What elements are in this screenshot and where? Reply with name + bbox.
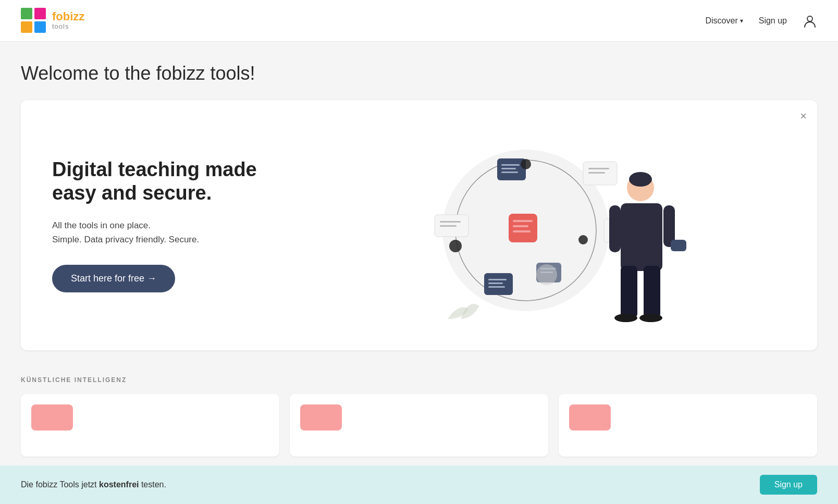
banner-text-after: testen.: [139, 480, 166, 489]
discover-menu[interactable]: Discover ▾: [706, 16, 743, 26]
nav-signup-link[interactable]: Sign up: [759, 16, 787, 26]
hero-subtext-line1: All the tools in one place.: [52, 220, 151, 230]
svg-rect-8: [501, 164, 520, 166]
logo-fobizz-label: fobizz: [52, 10, 84, 23]
svg-rect-17: [509, 214, 537, 242]
svg-rect-13: [588, 172, 605, 174]
svg-rect-37: [621, 203, 662, 271]
svg-rect-12: [588, 168, 609, 169]
nav-right: Discover ▾ Sign up: [706, 14, 818, 28]
svg-rect-3: [34, 21, 46, 33]
svg-rect-18: [513, 220, 533, 222]
main-content: Welcome to the fobizz tools! × Digital t…: [0, 42, 838, 457]
section-label: KÜNSTLICHE INTELLIGENZ: [21, 376, 817, 384]
svg-rect-10: [501, 171, 518, 173]
svg-rect-24: [488, 286, 505, 288]
card-preview-3: [559, 394, 817, 457]
svg-point-31: [521, 159, 531, 169]
banner-text-bold: kostenfrei: [99, 480, 139, 489]
banner-signup-button[interactable]: Sign up: [760, 475, 817, 495]
logo[interactable]: fobizz tools: [21, 8, 84, 34]
navbar: fobizz tools Discover ▾ Sign up: [0, 0, 838, 42]
svg-rect-9: [501, 168, 516, 169]
svg-rect-38: [609, 205, 621, 252]
fobizz-logo-icon: [21, 8, 47, 34]
hero-illustration-svg: [385, 126, 687, 324]
svg-rect-27: [440, 225, 457, 227]
svg-rect-23: [488, 282, 503, 284]
section-area: KÜNSTLICHE INTELLIGENZ: [21, 376, 817, 457]
svg-point-33: [578, 235, 588, 244]
svg-rect-22: [488, 279, 507, 280]
hero-subtext-line2: Simple. Data privacy friendly. Secure.: [52, 235, 199, 244]
svg-rect-42: [644, 266, 660, 318]
svg-point-34: [536, 264, 557, 285]
hero-illustration: [287, 126, 786, 324]
logo-text: fobizz tools: [52, 10, 84, 30]
discover-label: Discover: [706, 16, 738, 26]
svg-point-43: [614, 314, 637, 322]
chevron-down-icon: ▾: [740, 17, 743, 24]
banner-text-before: Die fobizz Tools jetzt: [21, 480, 99, 489]
close-button[interactable]: ×: [800, 110, 807, 122]
svg-point-44: [639, 314, 662, 322]
svg-rect-26: [440, 221, 461, 223]
hero-cta-button[interactable]: Start here for free →: [52, 265, 175, 292]
svg-rect-41: [621, 266, 637, 318]
hero-card: × Digital teaching made easy and secure.…: [21, 100, 817, 350]
svg-point-32: [449, 240, 462, 252]
svg-rect-19: [513, 225, 528, 227]
svg-rect-40: [671, 240, 686, 251]
svg-point-4: [807, 16, 812, 21]
hero-headline: Digital teaching made easy and secure.: [52, 158, 287, 205]
svg-point-36: [629, 172, 652, 187]
logo-tools-label: tools: [52, 23, 84, 30]
svg-rect-20: [513, 230, 531, 232]
user-account-icon[interactable]: [803, 14, 817, 28]
card-preview-2: [290, 394, 548, 457]
hero-text-section: Digital teaching made easy and secure. A…: [52, 158, 287, 293]
banner-text: Die fobizz Tools jetzt kostenfrei testen…: [21, 480, 166, 489]
svg-rect-2: [21, 21, 32, 33]
cards-row: [21, 394, 817, 457]
page-title: Welcome to the fobizz tools!: [21, 63, 817, 84]
svg-rect-1: [34, 8, 46, 19]
svg-rect-0: [21, 8, 32, 19]
hero-subtext: All the tools in one place. Simple. Data…: [52, 218, 287, 247]
card-preview-1: [21, 394, 279, 457]
bottom-banner: Die fobizz Tools jetzt kostenfrei testen…: [0, 465, 838, 504]
